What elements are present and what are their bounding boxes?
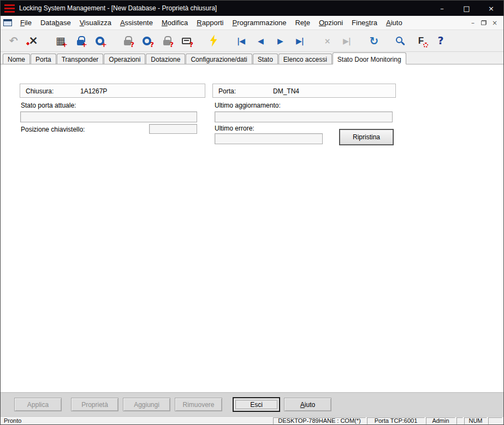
- read-lock-button-overlay: ?: [130, 41, 134, 48]
- tab-dotazione[interactable]: Dotazione: [146, 54, 185, 64]
- read-lock-network-button-overlay: ?: [169, 41, 174, 48]
- mdi-controls: – ×: [467, 18, 503, 28]
- add-matrix-button-overlay: +: [62, 41, 68, 48]
- menu-item-rapporti[interactable]: Rapporti: [192, 17, 228, 28]
- tab-configurazione-dati[interactable]: Configurazione/dati: [186, 54, 252, 64]
- gear-icon: [423, 43, 428, 48]
- menu-items: FileDatabaseVisualizzaAssistenteModifica…: [16, 17, 407, 28]
- statusbar-panels: DESKTOP-789HANE : COM(*)Porta TCP:6001Ad…: [273, 417, 503, 424]
- menu-item-opzioni[interactable]: Opzioni: [315, 17, 347, 28]
- filter-settings-button[interactable]: F: [411, 32, 431, 50]
- lock-label: Chiusura:: [26, 87, 54, 95]
- menu-item-file[interactable]: File: [16, 17, 36, 28]
- tab-porta[interactable]: Porta: [31, 54, 56, 64]
- refresh-button[interactable]: ↻: [364, 32, 384, 50]
- footer-propriet-button: Proprietà: [71, 398, 118, 411]
- cancel-search-icon: ×: [324, 37, 330, 45]
- help-button[interactable]: ?: [431, 32, 450, 50]
- read-card-button[interactable]: ?: [176, 32, 196, 50]
- read-transponder-button[interactable]: ?: [137, 32, 157, 50]
- tab-transponder[interactable]: Transponder: [57, 54, 104, 64]
- menu-item-aiuto[interactable]: Aiuto: [382, 17, 407, 28]
- titlebar: Locking System Management - [New Databas…: [1, 1, 503, 16]
- read-transponder-button-overlay: ?: [150, 41, 154, 48]
- menu-item-finestra[interactable]: Finestra: [347, 17, 382, 28]
- read-card-button-overlay: ?: [189, 41, 193, 48]
- statusbar-panel-2: Porta TCP:6001: [367, 417, 425, 424]
- mdi-minimize-button[interactable]: –: [467, 18, 478, 28]
- maximize-button[interactable]: □: [454, 1, 479, 16]
- tab-operazioni[interactable]: Operazioni: [104, 54, 145, 64]
- disconnect-button-overlay: ◆: [26, 42, 29, 46]
- undo-button: ↶: [4, 32, 23, 50]
- mdi-restore-button[interactable]: [478, 18, 489, 28]
- close-button[interactable]: ×: [479, 1, 503, 16]
- mdi-close-button[interactable]: ×: [489, 18, 500, 28]
- add-matrix-button[interactable]: ▦+: [51, 32, 70, 50]
- toolbar: ↶×◆▦+++????|◀◀▶▶|×▶|↻F?: [1, 30, 503, 52]
- last-error-label: Ultimo errore:: [215, 125, 254, 132]
- door-value: DM_TN4: [273, 87, 299, 95]
- read-lock-button[interactable]: ?: [117, 32, 137, 50]
- add-transponder-button[interactable]: +: [90, 32, 110, 50]
- footer-aiuto-button[interactable]: Aiuto: [284, 398, 331, 411]
- tabbar: NomePortaTransponderOperazioniDotazioneC…: [1, 52, 503, 64]
- undo-icon: ↶: [9, 36, 18, 46]
- tab-nome[interactable]: Nome: [3, 54, 30, 64]
- menu-item-modifica[interactable]: Modifica: [157, 17, 192, 28]
- minimize-button[interactable]: –: [430, 1, 454, 16]
- mdi-document-icon: [3, 19, 12, 26]
- tab-stato-door-monitoring[interactable]: Stato Door Monitoring: [333, 52, 406, 64]
- door-monitoring-panel: Chiusura: 1A1267P Porta: DM_TN4 Stato po…: [1, 64, 503, 392]
- search-button[interactable]: [392, 32, 411, 50]
- reset-button[interactable]: Ripristina: [340, 129, 393, 145]
- statusbar-panel-1: DESKTOP-789HANE : COM(*): [273, 417, 366, 424]
- restore-icon: [481, 20, 487, 25]
- nav-last-button[interactable]: ▶|: [290, 32, 310, 50]
- continue-search-button: ▶|: [337, 32, 357, 50]
- door-state-field: [20, 111, 197, 122]
- footer-esci-button[interactable]: Esci: [233, 398, 280, 411]
- nav-next-button[interactable]: ▶: [270, 32, 290, 50]
- footer-aggiungi-button: Aggiungi: [123, 398, 170, 411]
- statusbar-panel-5: NUM: [464, 417, 487, 424]
- last-update-field: [215, 111, 393, 122]
- nav-prev-button[interactable]: ◀: [251, 32, 270, 50]
- lightning-icon: [210, 35, 218, 47]
- nav-next-icon: ▶: [277, 37, 283, 45]
- menu-item-assistente[interactable]: Assistente: [116, 17, 157, 28]
- nav-first-button[interactable]: |◀: [231, 32, 251, 50]
- refresh-icon: ↻: [370, 36, 379, 46]
- disconnect-button[interactable]: ×◆: [23, 32, 43, 50]
- menu-item-visualizza[interactable]: Visualizza: [75, 17, 116, 28]
- menu-item-database[interactable]: Database: [36, 17, 75, 28]
- tab-elenco-accessi[interactable]: Elenco accessi: [278, 54, 332, 64]
- menubar: FileDatabaseVisualizzaAssistenteModifica…: [1, 16, 503, 30]
- bolt-position-label: Posizione chiavistello:: [21, 126, 85, 133]
- window-controls: – □ ×: [430, 1, 503, 16]
- nav-first-icon: |◀: [237, 37, 245, 45]
- last-update-label: Ultimo aggiornamento:: [215, 102, 281, 109]
- app-window: Locking System Management - [New Databas…: [0, 0, 504, 425]
- program-button[interactable]: [204, 32, 223, 50]
- status-ready-text: Pronto: [1, 417, 273, 424]
- statusbar-panel-6: [488, 417, 502, 424]
- lock-value: 1A1267P: [80, 87, 107, 95]
- footer-rimuovere-button: Rimuovere: [175, 398, 222, 411]
- window-title: Locking System Management - [New Databas…: [19, 4, 217, 12]
- add-lock-button[interactable]: +: [70, 32, 90, 50]
- door-state-label: Stato porta attuale:: [21, 102, 76, 109]
- disconnect-icon: ×: [28, 35, 38, 46]
- continue-search-icon: ▶|: [343, 37, 351, 45]
- read-lock-network-button[interactable]: ?: [157, 32, 176, 50]
- tab-stato[interactable]: Stato: [253, 54, 278, 64]
- footer: ApplicaProprietàAggiungiRimuovereEsciAiu…: [1, 392, 503, 416]
- menu-item-programmazione[interactable]: Programmazione: [228, 17, 290, 28]
- search-icon: [396, 37, 402, 43]
- lock-groupbox: Chiusura: 1A1267P: [20, 84, 205, 98]
- nav-prev-icon: ◀: [258, 37, 263, 45]
- last-error-field: [215, 133, 323, 144]
- menu-item-rete[interactable]: Rete: [290, 17, 314, 28]
- app-logo-icon: [4, 4, 15, 13]
- help-icon: ?: [437, 36, 443, 46]
